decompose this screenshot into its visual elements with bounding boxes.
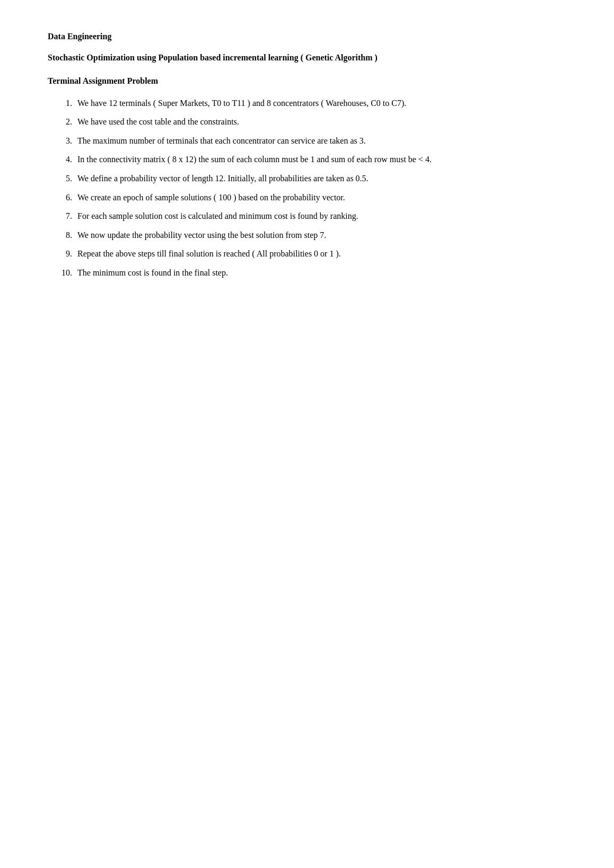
page-container: Data Engineering Stochastic Optimization… <box>48 32 566 280</box>
list-item-6: We create an epoch of sample solutions (… <box>74 191 566 205</box>
list-item-8: We now update the probability vector usi… <box>74 228 566 242</box>
list-item-2: We have used the cost table and the cons… <box>74 115 566 129</box>
list-item-5: We define a probability vector of length… <box>74 172 566 185</box>
problem-title: Terminal Assignment Problem <box>48 76 566 86</box>
main-title: Stochastic Optimization using Population… <box>48 51 566 65</box>
list-item-4: In the connectivity matrix ( 8 x 12) the… <box>74 153 566 166</box>
list-item-7: For each sample solution cost is calcula… <box>74 209 566 223</box>
list-item-3: The maximum number of terminals that eac… <box>74 134 566 148</box>
section-label: Data Engineering <box>48 32 566 41</box>
steps-list: We have 12 terminals ( Super Markets, T0… <box>74 96 566 280</box>
list-item-9: Repeat the above steps till final soluti… <box>74 247 566 261</box>
list-item-1: We have 12 terminals ( Super Markets, T0… <box>74 96 566 110</box>
list-item-10: The minimum cost is found in the final s… <box>74 266 566 280</box>
